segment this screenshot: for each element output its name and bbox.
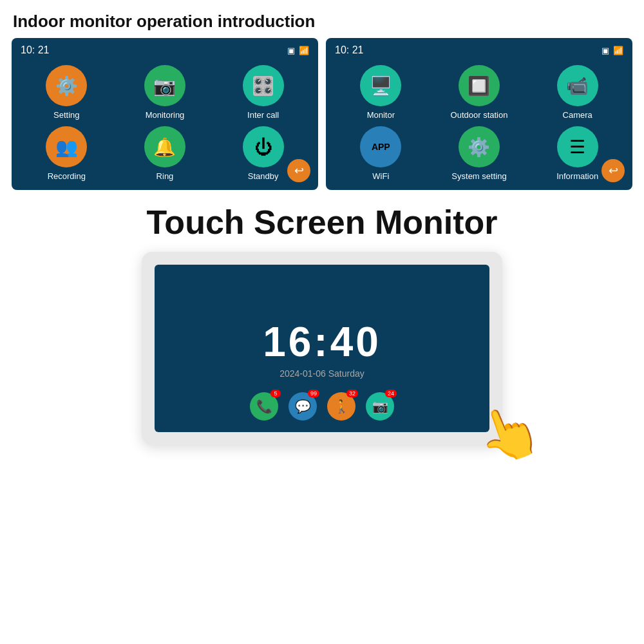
touch-screen-title: Touch Screen Monitor <box>146 203 497 242</box>
system-setting-icon-item[interactable]: ⚙️ System setting <box>433 126 526 181</box>
standby-circle: ⏻ <box>243 126 284 167</box>
screen1-panel: 10: 21 ▣ 📶 ⚙️ Setting 📷 Monitoring 🎛️ In… <box>12 38 318 190</box>
monitor-bottom-icons: 📞 5 💬 99 🚶 32 📷 <box>250 392 394 421</box>
screen2-header: 10: 21 ▣ 📶 <box>335 44 623 56</box>
camera-rec-badge: 24 <box>385 390 397 397</box>
information-circle: ☰ <box>557 126 598 167</box>
ring-icon-item[interactable]: 🔔 Ring <box>119 126 211 181</box>
sd-card-icon: ▣ <box>287 46 295 55</box>
system-setting-circle: ⚙️ <box>459 126 500 167</box>
ring-label: Ring <box>156 171 174 181</box>
monitoring-label: Monitoring <box>146 110 185 120</box>
monitor-outer: 16:40 2024-01-06 Saturday 📞 5 💬 99 <box>142 252 502 445</box>
camera-label: Camera <box>563 110 592 120</box>
screen2-back-button[interactable]: ↩ <box>601 159 625 182</box>
intercall-circle: 🎛️ <box>243 65 284 106</box>
monitor-screen: 16:40 2024-01-06 Saturday 📞 5 💬 99 <box>155 265 489 432</box>
monitoring-icon-item[interactable]: 📷 Monitoring <box>119 65 211 120</box>
message-badge: 99 <box>308 390 319 397</box>
outdoor-station-circle: 🔲 <box>459 65 500 106</box>
page-title: Indoor monitor operation introduction <box>0 0 644 38</box>
setting-circle: ⚙️ <box>46 65 87 106</box>
outdoor-station-icon-item[interactable]: 🔲 Outdoor station <box>433 65 526 120</box>
setting-label: Setting <box>53 110 79 120</box>
wifi-icon-item[interactable]: APP WiFi <box>335 126 427 181</box>
monitor-time: 16:40 <box>263 318 381 366</box>
monitor-circle: 🖥️ <box>360 65 401 106</box>
camera-icon-item[interactable]: 📹 Camera <box>531 65 623 120</box>
phone-icon[interactable]: 📞 5 <box>250 392 278 421</box>
screen1-icons-grid: ⚙️ Setting 📷 Monitoring 🎛️ Inter call 👥 … <box>21 65 309 181</box>
camera-rec-icon[interactable]: 📷 24 <box>366 392 394 421</box>
screen2-icons-grid: 🖥️ Monitor 🔲 Outdoor station 📹 Camera AP… <box>335 65 623 181</box>
bottom-section: Touch Screen Monitor 16:40 2024-01-06 Sa… <box>0 203 644 445</box>
intercall-icon-item[interactable]: 🎛️ Inter call <box>217 65 309 120</box>
phone-badge: 5 <box>270 390 281 397</box>
intercall-label: Inter call <box>247 110 279 120</box>
ring-circle: 🔔 <box>144 126 185 167</box>
monitor-icon-item[interactable]: 🖥️ Monitor <box>335 65 427 120</box>
sd-card-icon2: ▣ <box>601 46 609 55</box>
system-setting-label: System setting <box>451 171 506 181</box>
monitor-date: 2024-01-06 Saturday <box>279 368 365 379</box>
monitor-wrapper: 16:40 2024-01-06 Saturday 📞 5 💬 99 <box>129 252 515 445</box>
wifi-icon2: 📶 <box>613 46 623 55</box>
setting-icon-item[interactable]: ⚙️ Setting <box>21 65 113 120</box>
motion-icon[interactable]: 🚶 32 <box>327 392 355 421</box>
wifi-icon: 📶 <box>299 46 309 55</box>
wifi-label: WiFi <box>372 171 389 181</box>
screen1-time: 10: 21 <box>21 44 49 56</box>
wifi-circle: APP <box>360 126 401 167</box>
screen1-header: 10: 21 ▣ 📶 <box>21 44 309 56</box>
message-icon[interactable]: 💬 99 <box>289 392 317 421</box>
standby-label: Standby <box>248 171 279 181</box>
recording-circle: 👥 <box>46 126 87 167</box>
monitoring-circle: 📷 <box>144 65 185 106</box>
outdoor-station-label: Outdoor station <box>451 110 508 120</box>
information-label: Information <box>556 171 598 181</box>
screen2-panel: 10: 21 ▣ 📶 🖥️ Monitor 🔲 Outdoor station … <box>326 38 632 190</box>
screen1-back-button[interactable]: ↩ <box>287 159 310 182</box>
camera-circle: 📹 <box>557 65 598 106</box>
motion-badge: 32 <box>346 390 358 397</box>
recording-icon-item[interactable]: 👥 Recording <box>21 126 113 181</box>
screen2-time: 10: 21 <box>335 44 363 56</box>
monitor-label: Monitor <box>367 110 395 120</box>
recording-label: Recording <box>48 171 86 181</box>
